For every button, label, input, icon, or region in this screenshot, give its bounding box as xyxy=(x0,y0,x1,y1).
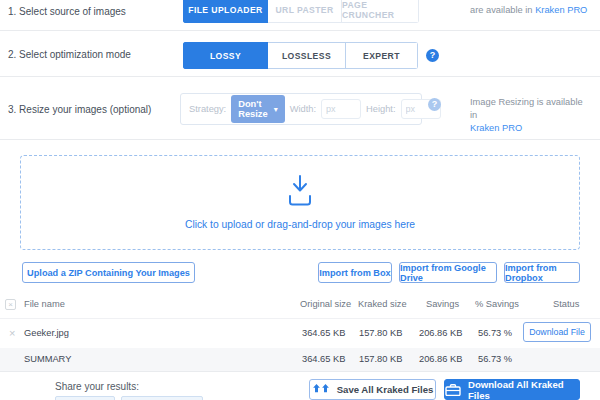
import-box-button[interactable]: Import from Box xyxy=(318,262,392,283)
archive-box-icon xyxy=(445,384,461,396)
share-widget-1[interactable] xyxy=(55,396,115,400)
resize-pro-note-text: Image Resizing is available in xyxy=(470,97,583,120)
cloud-save-icon xyxy=(312,384,330,395)
table-header-divider xyxy=(0,318,600,319)
col-original-size: Original size xyxy=(300,299,351,309)
download-all-label: Download All Kraked Files xyxy=(468,379,579,400)
height-label: Height: xyxy=(366,104,395,114)
mode-lossless-button[interactable]: LOSSLESS xyxy=(268,42,346,69)
upload-arrow-icon xyxy=(281,175,319,207)
save-all-button[interactable]: Save All Kraked Files xyxy=(309,379,436,400)
source-section-label: 1. Select source of images xyxy=(8,6,126,17)
remove-file-icon[interactable]: × xyxy=(9,327,15,339)
mode-expert-button[interactable]: EXPERT xyxy=(346,42,418,69)
divider-2 xyxy=(0,76,600,77)
source-pro-note: are available in Kraken PRO xyxy=(470,4,587,17)
width-label: Width: xyxy=(290,104,316,114)
select-all-checkbox[interactable]: × xyxy=(5,299,16,310)
mode-help-icon[interactable]: ? xyxy=(426,49,439,62)
strategy-select[interactable]: Don't Resize ▾ xyxy=(231,95,284,123)
import-dropbox-button[interactable]: Import from Dropbox xyxy=(504,262,580,283)
cell-original: 364.65 KB xyxy=(302,328,345,338)
resize-pro-note: Image Resizing is available in Kraken PR… xyxy=(470,96,590,135)
mode-section-label: 2. Select optimization mode xyxy=(8,49,131,60)
tab-url-paster[interactable]: URL PASTER xyxy=(268,0,342,23)
upload-zip-button[interactable]: Upload a ZIP Containing Your Images xyxy=(22,262,195,283)
divider-1 xyxy=(0,30,600,31)
summary-kraked: 157.80 KB xyxy=(359,354,402,364)
col-status: Status xyxy=(553,299,579,309)
resize-kraken-pro-link[interactable]: Kraken PRO xyxy=(470,123,522,133)
divider-footer xyxy=(0,371,600,372)
col-savings: Savings xyxy=(426,299,459,309)
cell-percent: 56.73 % xyxy=(478,328,512,338)
cell-kraked: 157.80 KB xyxy=(359,328,402,338)
col-percent-savings: % Savings xyxy=(475,299,519,309)
col-kraked-size: Kraked size xyxy=(358,299,407,309)
width-input[interactable] xyxy=(321,99,361,119)
source-tab-group: FILE UPLOADER URL PASTER PAGE CRUNCHER xyxy=(183,0,419,23)
import-google-drive-button[interactable]: Import from Google Drive xyxy=(399,262,497,283)
chevron-down-icon: ▾ xyxy=(274,105,278,114)
share-widget-2[interactable] xyxy=(121,396,203,400)
tab-file-uploader[interactable]: FILE UPLOADER xyxy=(183,0,268,23)
mode-lossy-button[interactable]: LOSSY xyxy=(183,42,268,69)
share-results-label: Share your results: xyxy=(55,381,139,392)
divider-3 xyxy=(0,139,600,140)
summary-percent: 56.73 % xyxy=(478,354,512,364)
summary-savings: 206.86 KB xyxy=(419,354,462,364)
strategy-label: Strategy: xyxy=(189,104,226,114)
download-all-button[interactable]: Download All Kraked Files xyxy=(444,379,580,400)
resize-panel: Strategy: Don't Resize ▾ Width: Height: xyxy=(180,93,422,125)
source-pro-note-text: are available in xyxy=(470,5,533,15)
upload-dropzone[interactable]: Click to upload or drag-and-drop your im… xyxy=(20,155,580,250)
dropzone-text: Click to upload or drag-and-drop your im… xyxy=(185,219,415,230)
download-file-button[interactable]: Download File xyxy=(523,322,591,342)
summary-original: 364.65 KB xyxy=(302,354,345,364)
kraken-pro-link[interactable]: Kraken PRO xyxy=(535,5,587,15)
summary-label: SUMMARY xyxy=(24,354,71,364)
resize-section-label: 3. Resize your images (optional) xyxy=(8,104,151,115)
resize-help-icon[interactable]: ? xyxy=(428,98,441,111)
strategy-value: Don't Resize xyxy=(238,99,267,119)
tab-page-cruncher[interactable]: PAGE CRUNCHER xyxy=(342,0,419,23)
cell-file-name: Geeker.jpg xyxy=(24,328,69,338)
save-all-label: Save All Kraked Files xyxy=(337,384,434,395)
cell-savings: 206.86 KB xyxy=(419,328,462,338)
mode-button-group: LOSSY LOSSLESS EXPERT xyxy=(183,42,418,69)
col-file-name: File name xyxy=(24,299,65,309)
